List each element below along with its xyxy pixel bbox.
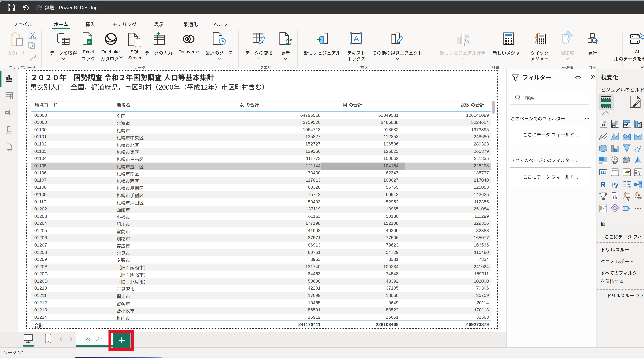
svg-text:TMDL: TMDL bbox=[5, 148, 12, 151]
svg-text:Py: Py bbox=[611, 181, 618, 188]
svg-text:A: A bbox=[354, 34, 359, 43]
svg-text:A: A bbox=[638, 193, 640, 197]
svg-text:DAX: DAX bbox=[6, 131, 11, 134]
svg-text:R: R bbox=[600, 181, 606, 189]
svg-text:fx: fx bbox=[464, 36, 470, 46]
svg-text:123: 123 bbox=[600, 171, 606, 174]
